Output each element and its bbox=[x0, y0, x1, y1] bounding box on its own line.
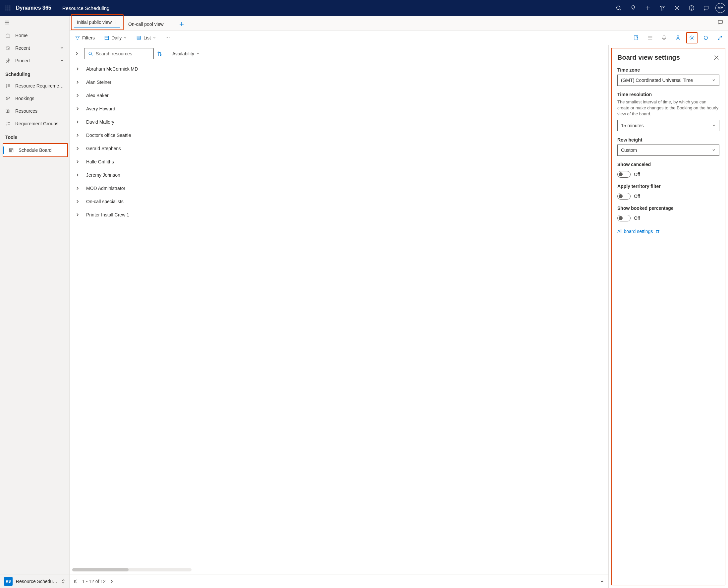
resource-row[interactable]: Avery Howard bbox=[70, 102, 608, 115]
expand-resource-icon[interactable] bbox=[73, 171, 82, 179]
chat-icon[interactable] bbox=[701, 3, 711, 13]
list-dropdown[interactable]: List bbox=[133, 33, 159, 42]
resource-row[interactable]: Gerald Stephens bbox=[70, 142, 608, 155]
funnel-icon[interactable] bbox=[657, 3, 668, 13]
sidebar-area-switcher[interactable]: RS Resource Schedul… bbox=[0, 574, 69, 588]
expand-resource-icon[interactable] bbox=[73, 158, 82, 166]
availability-dropdown[interactable]: Availability bbox=[172, 51, 199, 56]
select-value: Custom bbox=[621, 147, 637, 153]
command-bar: Filters Daily List ⋯ bbox=[70, 30, 728, 45]
sidebar-item-schedule-board[interactable]: Schedule Board bbox=[3, 144, 67, 156]
expand-resource-icon[interactable] bbox=[73, 131, 82, 139]
resource-name: Alan Steiner bbox=[86, 80, 111, 85]
sidebar-item-resources[interactable]: Resources bbox=[0, 105, 69, 117]
time-resolution-select[interactable]: 15 minutes bbox=[617, 120, 720, 131]
resource-row[interactable]: Doctor's office Seattle bbox=[70, 129, 608, 142]
legend-icon[interactable] bbox=[644, 32, 656, 43]
collapse-pager-icon[interactable] bbox=[600, 579, 604, 584]
button-label: Filters bbox=[82, 35, 95, 40]
resource-row[interactable]: Alan Steiner bbox=[70, 76, 608, 89]
expand-resource-icon[interactable] bbox=[73, 197, 82, 206]
resource-row[interactable]: Alex Baker bbox=[70, 89, 608, 102]
resource-name: David Mallory bbox=[86, 119, 114, 125]
collapse-button[interactable] bbox=[73, 50, 81, 58]
sidebar-section-scheduling: Scheduling bbox=[0, 67, 69, 80]
row-height-select[interactable]: Custom bbox=[617, 145, 720, 156]
expand-resource-icon[interactable] bbox=[73, 211, 82, 219]
resource-row[interactable]: MOD Administrator bbox=[70, 182, 608, 195]
sidebar-item-home[interactable]: Home bbox=[0, 29, 69, 42]
refresh-icon[interactable] bbox=[700, 32, 711, 43]
sidebar-item-requirement-groups[interactable]: Requirement Groups bbox=[0, 117, 69, 130]
sidebar-item-bookings[interactable]: Bookings bbox=[0, 92, 69, 105]
time-zone-label: Time zone bbox=[617, 67, 720, 72]
sidebar-item-resource-requirements[interactable]: Resource Requireme… bbox=[0, 80, 69, 92]
app-launcher-icon[interactable] bbox=[3, 3, 13, 13]
resource-name: Doctor's office Seattle bbox=[86, 132, 131, 138]
expand-resource-icon[interactable] bbox=[73, 91, 82, 100]
help-icon[interactable] bbox=[686, 3, 697, 13]
resource-name: Alex Baker bbox=[86, 93, 109, 98]
filter-save-icon[interactable] bbox=[630, 32, 642, 43]
dropdown-label: Availability bbox=[172, 51, 194, 56]
chevron-down-icon bbox=[124, 36, 127, 39]
resource-row[interactable]: On-call specialists bbox=[70, 195, 608, 208]
show-canceled-label: Show canceled bbox=[617, 162, 720, 167]
add-tab-button[interactable] bbox=[174, 18, 189, 30]
sort-icon[interactable] bbox=[157, 51, 166, 57]
resource-row[interactable]: Jeremy Johnson bbox=[70, 168, 608, 182]
more-vertical-icon[interactable]: ⋮ bbox=[114, 20, 118, 25]
expand-resource-icon[interactable] bbox=[73, 65, 82, 73]
resource-row[interactable]: Printer Install Crew 1 bbox=[70, 208, 608, 222]
search-icon[interactable] bbox=[613, 3, 624, 13]
bell-icon[interactable] bbox=[658, 32, 670, 43]
add-icon[interactable] bbox=[643, 3, 653, 13]
more-vertical-icon[interactable]: ⋮ bbox=[166, 22, 170, 27]
user-avatar[interactable]: MA bbox=[715, 3, 725, 13]
time-zone-select[interactable]: (GMT) Coordinated Universal Time bbox=[617, 75, 720, 86]
next-page-button[interactable] bbox=[110, 580, 114, 583]
expand-resource-icon[interactable] bbox=[73, 105, 82, 113]
tab-initial-public-view[interactable]: Initial public view ⋮ bbox=[72, 16, 122, 28]
expand-resource-icon[interactable] bbox=[73, 118, 82, 126]
board-settings-button[interactable] bbox=[686, 32, 698, 43]
tab-on-call-pool-view[interactable]: On-call pool view ⋮ bbox=[124, 18, 174, 30]
svg-point-4 bbox=[8, 8, 8, 8]
expand-resource-icon[interactable] bbox=[73, 145, 82, 152]
more-commands-button[interactable]: ⋯ bbox=[163, 34, 173, 42]
app-name[interactable]: Dynamics 365 bbox=[16, 5, 51, 11]
first-page-button[interactable] bbox=[73, 579, 78, 584]
daily-dropdown[interactable]: Daily bbox=[101, 33, 130, 42]
sidebar-item-label: Resources bbox=[15, 108, 38, 114]
resource-row[interactable]: Abraham McCormick MD bbox=[70, 62, 608, 76]
lightbulb-icon[interactable] bbox=[628, 3, 639, 13]
area-name[interactable]: Resource Scheduling bbox=[62, 5, 110, 11]
gear-icon[interactable] bbox=[672, 3, 682, 13]
pager-bar: 1 - 12 of 12 bbox=[70, 574, 608, 588]
booked-percentage-toggle[interactable] bbox=[617, 215, 630, 222]
chevron-down-icon bbox=[196, 52, 199, 55]
expand-resource-icon[interactable] bbox=[73, 184, 82, 192]
hamburger-icon[interactable] bbox=[0, 16, 69, 29]
sidebar-item-recent[interactable]: Recent bbox=[0, 42, 69, 54]
show-canceled-toggle[interactable] bbox=[617, 171, 630, 178]
expand-resource-icon[interactable] bbox=[73, 78, 82, 86]
filters-button[interactable]: Filters bbox=[72, 33, 98, 42]
chevron-down-icon bbox=[712, 148, 716, 152]
territory-filter-toggle[interactable] bbox=[617, 193, 630, 200]
svg-point-27 bbox=[6, 97, 8, 99]
svg-rect-47 bbox=[634, 36, 638, 40]
resource-row[interactable]: Halle Griffiths bbox=[70, 155, 608, 168]
expand-icon[interactable] bbox=[714, 32, 725, 43]
sidebar-item-pinned[interactable]: Pinned bbox=[0, 54, 69, 67]
horizontal-scrollbar[interactable] bbox=[72, 568, 192, 571]
search-resources-input[interactable]: Search resources bbox=[84, 48, 154, 59]
global-header: Dynamics 365 Resource Scheduling MA bbox=[0, 0, 728, 16]
close-panel-button[interactable] bbox=[713, 55, 720, 61]
svg-rect-17 bbox=[704, 6, 708, 9]
people-icon[interactable] bbox=[672, 32, 684, 43]
time-resolution-help: The smallest interval of time, by which … bbox=[617, 99, 720, 117]
all-board-settings-link[interactable]: All board settings bbox=[617, 229, 720, 234]
resource-row[interactable]: David Mallory bbox=[70, 115, 608, 129]
chat-pane-icon[interactable] bbox=[718, 19, 723, 25]
